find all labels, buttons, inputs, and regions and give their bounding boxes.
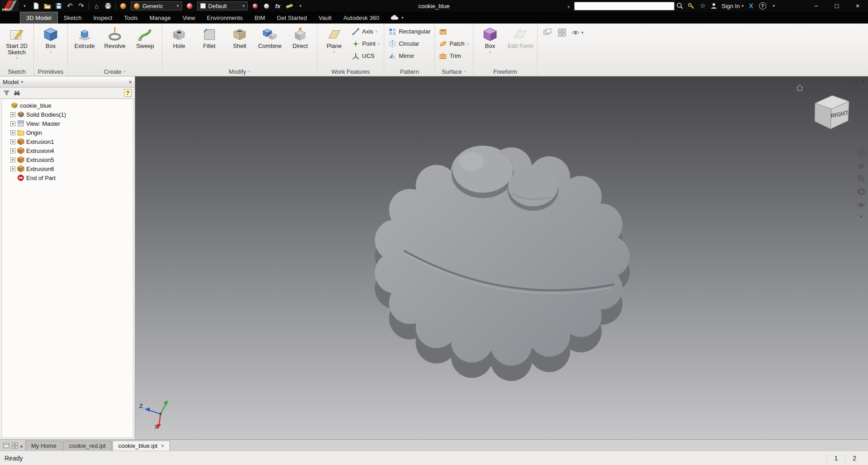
close-button[interactable]: × (847, 0, 868, 12)
pan-icon[interactable] (857, 161, 866, 170)
doc-tab-my-home[interactable]: My Home (25, 441, 62, 451)
panel-footer-modify[interactable]: Modify▾ (162, 67, 317, 76)
tab-get-started[interactable]: Get Started (271, 12, 312, 24)
point-button[interactable]: Point ▾ (350, 38, 382, 50)
expand-toggle-icon[interactable]: + (10, 139, 15, 144)
maximize-button[interactable]: □ (826, 0, 847, 12)
material-ball-icon[interactable] (118, 1, 129, 11)
help-button[interactable]: ? (757, 1, 768, 11)
new-file-button[interactable] (30, 1, 42, 11)
axis-button[interactable]: Axis ▾ (350, 25, 382, 38)
search-expand-chevron-icon[interactable]: › (563, 1, 574, 11)
browser-close-icon[interactable]: × (128, 79, 132, 85)
material-dropdown[interactable]: Generic ▾ (131, 1, 182, 10)
favorites-star-icon[interactable]: ☆ (697, 1, 708, 11)
appearance-dropdown[interactable]: Default ▾ (197, 1, 248, 10)
doc-restore-icon[interactable]: □ (854, 78, 857, 85)
revolve-button[interactable]: Revolve (100, 25, 129, 66)
doc-close-icon[interactable]: × (862, 78, 865, 85)
tree-item-extrusion5[interactable]: +Extrusion5 (2, 155, 133, 164)
key-button[interactable] (686, 1, 697, 11)
app-logo[interactable]: PRO (1, 0, 19, 12)
tab-manage[interactable]: Manage (144, 12, 177, 24)
stitch-button[interactable] (437, 25, 471, 38)
shell-button[interactable]: Shell (225, 25, 254, 66)
adjust-ball-icon[interactable] (250, 1, 261, 11)
viewport-3d[interactable]: − □ × RIGHT ▾ (135, 76, 868, 439)
switch-windows-button[interactable] (542, 27, 553, 38)
tab-environments[interactable]: Environments (201, 12, 249, 24)
trim-button[interactable]: Trim (437, 50, 471, 62)
viewcube-home-button[interactable] (796, 84, 804, 93)
tile-windows-button[interactable] (557, 27, 567, 38)
tab-bim[interactable]: BIM (249, 12, 271, 24)
tab-3d-model[interactable]: 3D Model (20, 12, 58, 24)
app-menu-caret-icon[interactable]: ▾ (19, 1, 30, 11)
help-caret-icon[interactable]: ▾ (768, 1, 779, 11)
clear-ball-icon[interactable] (261, 1, 272, 11)
browser-title[interactable]: Model (3, 79, 19, 85)
undo-button[interactable]: ↶ (64, 1, 75, 11)
viewcube[interactable]: RIGHT (807, 88, 854, 135)
search-input[interactable] (574, 2, 675, 10)
tab-tools[interactable]: Tools (118, 12, 143, 24)
freeform-box-button[interactable]: Box ▾ (476, 25, 505, 66)
start-2d-sketch-button[interactable]: Start 2D Sketch ▾ (2, 25, 31, 66)
tree-item-solid-bodies-1-[interactable]: +Solid Bodies(1) (2, 110, 133, 119)
tab-inspect[interactable]: Inspect (87, 12, 118, 24)
fillet-button[interactable]: Fillet (195, 25, 224, 66)
measure-button[interactable] (283, 1, 295, 11)
zoom-icon[interactable] (857, 174, 866, 183)
tree-item-origin[interactable]: +Origin (2, 128, 133, 137)
expand-toggle-icon[interactable]: + (10, 166, 15, 171)
tree-item-cookie-blue[interactable]: +cookie_blue (2, 101, 133, 110)
save-button[interactable] (53, 1, 64, 11)
find-button[interactable] (14, 90, 20, 96)
doc-minimize-icon[interactable]: − (846, 78, 849, 85)
mirror-button[interactable]: Mirror (387, 50, 432, 62)
tile-view-icon[interactable] (12, 442, 18, 449)
parameters-fx-button[interactable]: fx (272, 1, 283, 11)
navigation-wheel-icon[interactable] (857, 148, 866, 157)
browser-help-button[interactable]: ? (124, 89, 132, 97)
primitive-box-button[interactable]: Box ▾ (36, 25, 65, 66)
navbar-more-caret-icon[interactable]: ▾ (860, 214, 863, 219)
tab-autodesk-360[interactable]: Autodesk 360 (337, 12, 385, 24)
combine-button[interactable]: Combine (255, 25, 284, 66)
object-visibility-dropdown[interactable]: ▾ (571, 27, 584, 38)
open-button[interactable] (42, 1, 53, 11)
rectangular-pattern-button[interactable]: Rectangular (387, 25, 432, 38)
user-button[interactable] (708, 1, 720, 11)
expand-toggle-icon[interactable]: + (10, 130, 15, 135)
sweep-button[interactable]: Sweep (131, 25, 160, 66)
expand-toggle-icon[interactable]: + (10, 157, 15, 162)
doc-tab-cookie-red-ipt[interactable]: cookie_red.ipt (63, 441, 112, 451)
tree-item-extrusion4[interactable]: +Extrusion4 (2, 146, 133, 155)
appearance-ball-icon[interactable] (184, 1, 195, 11)
direct-button[interactable]: Direct (286, 25, 315, 66)
orbit-icon[interactable] (857, 187, 866, 196)
tab-sketch[interactable]: Sketch (58, 12, 88, 24)
arrange-windows-icon[interactable] (3, 442, 9, 449)
print-button[interactable] (102, 1, 113, 11)
exchange-apps-icon[interactable]: X (745, 1, 757, 11)
filter-button[interactable] (3, 90, 10, 96)
panel-footer-surface[interactable]: Surface▾ (435, 67, 473, 76)
expand-toggle-icon[interactable]: + (10, 121, 15, 126)
browser-caret-icon[interactable]: ▾ (21, 80, 23, 84)
tree-item-extrusion6[interactable]: +Extrusion6 (2, 164, 133, 173)
doc-tab-close-icon[interactable]: × (161, 443, 164, 449)
plane-button[interactable]: Plane ▾ (320, 25, 349, 66)
expand-toggle-icon[interactable]: + (10, 112, 15, 117)
expand-tabs-caret-icon[interactable]: ▴ (20, 443, 23, 448)
search-button[interactable] (675, 1, 686, 11)
patch-button[interactable]: Patch ▾ (437, 38, 471, 50)
doc-tab-cookie-blue-ipt[interactable]: cookie_blue.ipt× (113, 441, 170, 451)
sign-in-button[interactable]: Sign In ▾ (720, 3, 745, 9)
tab-vault[interactable]: Vault (313, 12, 338, 24)
a360-cloud-button[interactable]: ▾ (385, 12, 408, 24)
ucs-button[interactable]: UCS (350, 50, 382, 62)
redo-button[interactable]: ↷ (75, 1, 87, 11)
minimize-button[interactable]: − (806, 0, 826, 12)
hole-button[interactable]: Hole (165, 25, 193, 66)
